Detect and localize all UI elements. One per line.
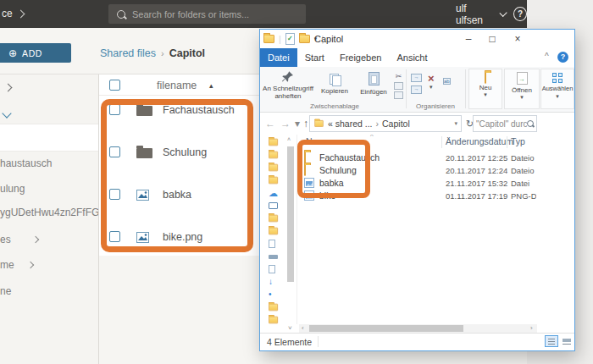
open-button[interactable]: Öffnen ▾	[504, 69, 540, 109]
new-button[interactable]: Neu ▾	[468, 69, 502, 109]
clipboard-icon	[369, 72, 380, 85]
network-icon[interactable]: •	[269, 290, 272, 299]
pin-to-quickaccess-button[interactable]: An Schnellzugriff anheften	[262, 70, 314, 100]
path-prefix[interactable]: « shared ...	[328, 119, 373, 129]
downloads-icon[interactable]: ↓	[269, 278, 273, 286]
separator: |	[279, 34, 281, 44]
sidebar-item[interactable]: es	[0, 234, 99, 247]
ribbon: An Schnellzugriff anheften Kopieren Einf…	[260, 67, 574, 113]
add-button[interactable]: ⊕ ADD	[0, 43, 71, 63]
select-grid-icon	[552, 73, 563, 83]
minimize-button[interactable]: –	[460, 30, 477, 48]
sidebar-item[interactable]: me	[0, 259, 99, 273]
clipboard-group-label: Zwischenablage	[284, 102, 385, 110]
ribbon-tab-bar: Datei Start Freigeben Ansicht ^ ?	[260, 48, 574, 67]
sidebar-expander-chevron-down-icon[interactable]	[2, 108, 11, 118]
paste-shortcut-icon[interactable]	[394, 91, 403, 99]
column-divider[interactable]	[441, 136, 442, 148]
sidebar-item[interactable]: ulung	[0, 183, 99, 196]
onedrive-cloud-icon[interactable]: ☁	[269, 189, 278, 197]
sidebar-selected-item[interactable]	[0, 124, 99, 152]
explorer-window: | ✓ ▾ | Capitol – □ × Datei Start Freige…	[259, 29, 575, 351]
column-header-type[interactable]: Typ	[511, 136, 525, 146]
horizontal-scrollbar[interactable]: ˅ ‹ ›	[260, 324, 574, 333]
new-folder-icon[interactable]	[299, 35, 310, 43]
new-folder-icon	[479, 73, 492, 82]
document-icon[interactable]	[269, 265, 275, 273]
scrollbar-thumb[interactable]	[309, 325, 463, 332]
maximize-button[interactable]: □	[484, 30, 501, 48]
tab-ansicht[interactable]: Ansicht	[389, 48, 435, 67]
sort-caret-icon: ^	[370, 135, 374, 140]
file-date: 20.11.2017 12:24	[446, 166, 507, 175]
column-header-date[interactable]: Änderungsdatum	[446, 136, 513, 146]
move-to-icon[interactable]: →	[411, 74, 422, 82]
copy-button-label: Kopieren	[316, 87, 353, 95]
folder-icon[interactable]	[269, 317, 278, 324]
up-icon[interactable]: ↑	[303, 118, 308, 130]
user-menu[interactable]: ulf ulfsen ?	[456, 0, 527, 28]
tab-start[interactable]: Start	[297, 48, 332, 67]
tab-freigeben[interactable]: Freigeben	[332, 48, 390, 67]
sidebar: haustausch ulung ygUDetHwu4zn2FfFG8kylI8…	[0, 74, 99, 364]
paste-button[interactable]: Einfügen	[355, 71, 392, 96]
scroll-left-icon[interactable]: ‹	[302, 324, 304, 333]
forward-icon[interactable]: →	[280, 118, 291, 130]
search-input[interactable]: Search for folders or items...	[108, 4, 306, 24]
breadcrumb-parent-link[interactable]: Shared files	[100, 47, 156, 59]
scroll-right-icon[interactable]: ›	[530, 324, 533, 333]
folder-icon	[314, 120, 323, 127]
properties-check-icon[interactable]: ✓	[285, 33, 295, 45]
copy-button[interactable]: Kopieren	[316, 72, 353, 95]
rename-icon: ab	[443, 78, 451, 85]
sidebar-expander-chevron-right-icon[interactable]	[4, 84, 13, 92]
collapse-ribbon-icon[interactable]: ^	[545, 52, 549, 61]
folder-icon[interactable]	[269, 228, 278, 235]
tab-datei[interactable]: Datei	[260, 48, 297, 67]
separator	[318, 336, 319, 347]
navigation-scrollbar[interactable]: ˄	[286, 136, 295, 321]
back-icon[interactable]: ←	[265, 118, 275, 130]
nav-scroll-down-icon[interactable]: ˅	[288, 324, 292, 333]
web-filelist-highlight-rectangle	[101, 99, 253, 252]
select-button[interactable]: Auswählen ▾	[540, 69, 574, 109]
file-type: Dateio	[511, 153, 534, 163]
folder-icon[interactable]	[269, 177, 278, 185]
folder-icon[interactable]	[269, 164, 278, 172]
folder-icon[interactable]	[269, 139, 278, 146]
column-divider[interactable]	[507, 136, 507, 148]
close-button[interactable]: ×	[509, 30, 526, 48]
copy-path-icon[interactable]	[394, 82, 403, 90]
file-date: 20.11.2017 12:25	[446, 153, 507, 163]
folder-icon[interactable]	[269, 215, 278, 223]
address-input[interactable]: « shared ... › Capitol ▾	[309, 115, 462, 132]
scroll-up-icon[interactable]: ˄	[287, 136, 291, 142]
drive-icon[interactable]	[269, 255, 278, 259]
scrollbar-thumb[interactable]	[287, 146, 294, 282]
sidebar-item[interactable]: ygUDetHwu4zn2FfFG8kylI850	[0, 207, 99, 220]
path-current[interactable]: Capitol	[382, 119, 410, 129]
explorer-help-icon[interactable]: ?	[557, 52, 568, 63]
delete-button[interactable]: × ▾	[428, 74, 435, 91]
folder-icon[interactable]	[269, 304, 278, 312]
sidebar-item[interactable]: ne	[0, 285, 99, 299]
plus-icon: ⊕	[8, 48, 17, 58]
select-button-label: Auswählen	[541, 85, 574, 93]
breadcrumb: Shared files › Capitol	[100, 47, 205, 59]
explorer-search-input[interactable]: "Capitol" durchs...	[473, 115, 537, 132]
rename-button[interactable]: ab	[443, 74, 451, 85]
cut-icon[interactable]: ✂	[396, 72, 402, 80]
folder-icon[interactable]	[269, 152, 278, 159]
content-view-button[interactable]	[560, 335, 574, 347]
document-icon[interactable]	[269, 240, 275, 248]
open-dropdown-icon: ▾	[505, 94, 539, 101]
copy-to-icon[interactable]: →	[411, 85, 422, 94]
pin-button-label: An Schnellzugriff anheften	[262, 85, 314, 100]
history-dropdown-icon[interactable]: ▾	[295, 118, 300, 130]
this-pc-icon[interactable]	[269, 202, 278, 209]
topbar-breadcrumb-partial[interactable]: ce	[2, 8, 24, 19]
sidebar-item[interactable]: haustausch	[0, 157, 99, 171]
help-icon[interactable]: ?	[513, 7, 527, 21]
address-dropdown-icon[interactable]: ▾	[454, 120, 457, 127]
details-view-button[interactable]	[545, 335, 558, 347]
